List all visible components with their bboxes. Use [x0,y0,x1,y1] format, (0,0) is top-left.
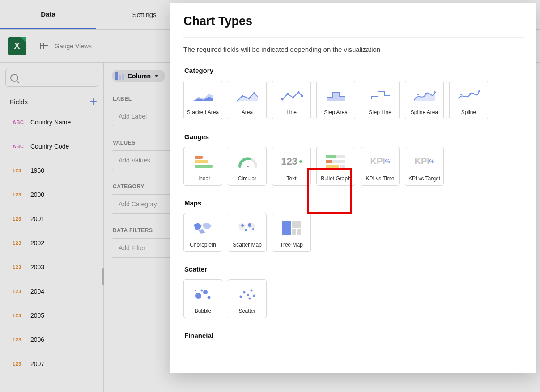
scatter-tiles: Bubble Scatter [183,279,524,318]
chart-types-panel: Chart Types The required fields will be … [170,3,536,373]
line-icon [272,81,310,109]
area-icon [228,81,266,109]
kpi-target-icon: KPI% [405,147,443,175]
chart-tile-kpi-vs-target[interactable]: KPI% KPI vs Target [405,147,444,186]
section-gauges-heading: Gauges [184,133,524,141]
section-scatter-heading: Scatter [184,265,524,273]
svg-rect-19 [195,160,208,163]
svg-point-45 [253,294,255,297]
section-maps-heading: Maps [184,199,524,207]
chart-tile-spline-area[interactable]: Spline Area [405,81,444,119]
chart-tile-circular[interactable]: Circular [228,147,267,186]
bubble-icon [184,280,222,308]
panel-subtitle: The required fields will be indicated de… [183,46,524,53]
svg-point-36 [195,293,201,299]
stacked-area-icon [184,81,222,109]
choropleth-icon [184,213,222,242]
svg-point-5 [253,92,255,94]
scatter-map-icon [228,213,266,242]
text-gauge-icon: 123 [272,147,310,175]
chart-tile-spline[interactable]: Spline [449,81,488,119]
svg-point-13 [425,93,427,95]
svg-point-8 [292,96,294,98]
svg-rect-24 [326,160,332,163]
svg-point-4 [248,98,250,99]
gauges-tiles: Linear Circular 123 Text [183,147,524,186]
svg-rect-33 [292,221,301,228]
scatter-icon [228,280,266,308]
svg-point-29 [248,223,251,227]
svg-point-43 [247,294,249,296]
section-financial-heading: Financial [184,332,524,339]
svg-point-15 [460,94,462,95]
svg-point-3 [242,95,243,97]
svg-point-7 [286,93,289,95]
chart-tile-bullet-graph[interactable]: Bullet Graph [316,147,355,186]
chart-tile-bubble[interactable]: Bubble [183,279,222,318]
svg-rect-26 [326,165,339,168]
svg-marker-2 [237,93,258,101]
svg-rect-34 [292,229,296,235]
chart-tile-text[interactable]: 123 Text [272,147,311,186]
svg-rect-27 [340,165,345,168]
spline-icon [450,81,488,109]
svg-point-38 [207,296,210,299]
svg-point-39 [200,289,203,291]
chart-tile-scatter-map[interactable]: Scatter Map [228,213,267,252]
svg-point-9 [297,91,299,93]
svg-rect-23 [336,155,345,158]
linear-gauge-icon [184,147,222,175]
svg-point-42 [243,291,245,293]
svg-point-31 [252,228,254,230]
kpi-time-icon: KPI% [361,147,399,175]
svg-rect-18 [195,156,203,159]
svg-point-28 [241,224,244,227]
bullet-graph-icon [317,147,355,175]
chart-tile-step-line[interactable]: Step Line [361,81,400,119]
chart-tile-stacked-area[interactable]: Stacked Area [183,81,222,119]
svg-point-14 [434,91,436,93]
svg-point-21 [247,166,249,167]
circular-gauge-icon [228,147,266,175]
svg-rect-25 [332,160,345,163]
section-category-heading: Category [184,67,524,74]
chart-tile-step-area[interactable]: Step Area [316,81,355,119]
svg-point-40 [195,290,196,291]
step-area-icon [317,81,355,109]
svg-rect-20 [195,165,213,168]
chart-tile-linear[interactable]: Linear [183,147,222,186]
chart-tile-kpi-vs-time[interactable]: KPI% KPI vs Time [361,147,400,186]
panel-title: Chart Types [183,14,524,28]
svg-point-6 [281,98,283,100]
svg-point-44 [250,289,252,291]
svg-rect-32 [282,221,291,235]
svg-rect-35 [297,229,301,235]
spline-area-icon [405,81,443,109]
chart-tile-choropleth[interactable]: Choropleth [183,213,222,252]
svg-point-41 [239,295,242,298]
svg-point-12 [417,94,419,95]
step-line-icon [361,81,399,109]
chart-tile-line[interactable]: Line [272,81,311,119]
chart-tile-scatter[interactable]: Scatter [228,279,267,318]
svg-point-16 [469,93,471,95]
svg-point-17 [478,90,480,92]
svg-point-37 [203,290,208,294]
chart-tile-tree-map[interactable]: Tree Map [272,213,311,252]
svg-point-46 [248,297,251,299]
category-tiles: Stacked Area Area Line Step Area [183,81,524,119]
divider [183,37,524,38]
chart-tile-area[interactable]: Area [228,81,267,119]
maps-tiles: Choropleth Scatter Map Tree Map [183,213,524,252]
tree-map-icon [272,213,310,242]
svg-rect-22 [326,155,336,158]
svg-point-30 [245,229,247,231]
